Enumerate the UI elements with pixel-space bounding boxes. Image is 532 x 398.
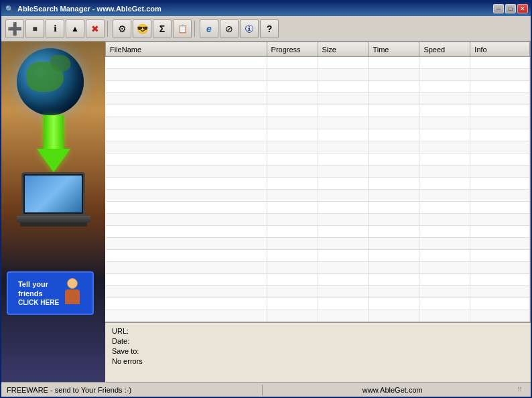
person-head xyxy=(67,278,78,289)
laptop-base xyxy=(17,216,90,222)
table-row xyxy=(106,178,530,190)
table-row xyxy=(106,117,530,129)
tell-friends-line2: friends xyxy=(18,289,59,298)
add-button[interactable]: ➕ xyxy=(5,19,24,38)
table-row xyxy=(106,298,530,310)
no-button[interactable]: ⊘ xyxy=(220,19,239,38)
tell-friends-button[interactable]: Tell your friends CLICK HERE xyxy=(7,271,94,315)
right-panel: FileName Progress Size Time Speed Info xyxy=(105,42,531,382)
table-row xyxy=(106,310,530,322)
info-button[interactable]: 🛈 xyxy=(240,19,259,38)
table-row xyxy=(106,153,530,165)
url-row: URL: xyxy=(112,327,524,335)
errors-row: No errors xyxy=(112,357,524,365)
download-arrow xyxy=(37,115,70,169)
close-button[interactable]: ✕ xyxy=(517,4,528,13)
arrow-shaft xyxy=(44,115,64,149)
table-row xyxy=(106,69,530,81)
person-body xyxy=(65,289,80,304)
toolbar: ➕ ■ ℹ ▲ ✖ ⚙ 😎 Σ 📋 e ⊘ 🛈 ? xyxy=(1,16,531,42)
table-row xyxy=(106,105,530,117)
arrow-head xyxy=(37,149,70,172)
properties-button[interactable]: ℹ xyxy=(46,19,64,38)
status-website: www.AbleGet.com xyxy=(268,386,518,394)
content-area: Tell your friends CLICK HERE FileName xyxy=(1,42,531,382)
person-icon xyxy=(62,278,82,308)
tell-friends-line3: CLICK HERE xyxy=(18,298,59,307)
left-panel: Tell your friends CLICK HERE xyxy=(1,42,105,382)
table-row xyxy=(106,81,530,93)
tell-friends-text: Tell your friends CLICK HERE xyxy=(18,279,59,308)
table-row xyxy=(106,93,530,105)
cool-button[interactable]: 😎 xyxy=(133,19,151,38)
sum-button[interactable]: Σ xyxy=(153,19,172,38)
table-row xyxy=(106,238,530,250)
errors-label: No errors xyxy=(112,357,152,365)
table-row xyxy=(106,286,530,298)
table-row xyxy=(106,141,530,153)
tell-friends-line1: Tell your xyxy=(18,279,59,289)
table-row xyxy=(106,129,530,141)
table-row xyxy=(106,190,530,202)
laptop-graphic xyxy=(13,172,94,229)
status-bar: FREEWARE - send to Your Friends :-) www.… xyxy=(1,382,531,397)
stop-button[interactable]: ■ xyxy=(25,19,44,38)
col-time: Time xyxy=(369,42,419,57)
toolbar-separator-2 xyxy=(194,21,197,37)
settings-button[interactable]: ⚙ xyxy=(113,19,131,38)
table-row xyxy=(106,165,530,178)
earth-sphere xyxy=(17,48,84,115)
col-info: Info xyxy=(470,42,530,57)
table-row xyxy=(106,274,530,286)
laptop-screen-outer xyxy=(21,172,85,216)
resize-grip: ⠿ xyxy=(517,386,525,394)
title-bar-icon: 🔍 xyxy=(4,3,15,14)
status-divider xyxy=(262,385,263,395)
date-row: Date: xyxy=(112,337,524,345)
laptop xyxy=(13,172,94,229)
table-row xyxy=(106,250,530,262)
table-row xyxy=(106,202,530,214)
title-bar: 🔍 AbleSearch Manager - www.AbleGet.com ─… xyxy=(1,1,531,16)
table-header-row: FileName Progress Size Time Speed Info xyxy=(106,42,530,57)
table-row xyxy=(106,262,530,274)
status-freeware: FREEWARE - send to Your Friends :-) xyxy=(7,386,257,394)
remove-button[interactable]: ✖ xyxy=(86,19,105,38)
title-bar-buttons: ─ □ ✕ xyxy=(493,4,528,13)
laptop-screen xyxy=(25,176,82,212)
col-size: Size xyxy=(318,42,369,57)
maximize-button[interactable]: □ xyxy=(505,4,516,13)
toolbar-separator-1 xyxy=(107,21,110,37)
earth-graphic xyxy=(17,48,90,122)
ie-button[interactable]: e xyxy=(200,19,218,38)
save-to-row: Save to: xyxy=(112,347,524,355)
download-table[interactable]: FileName Progress Size Time Speed Info xyxy=(105,42,531,322)
url-label: URL: xyxy=(112,327,152,335)
col-speed: Speed xyxy=(419,42,470,57)
help-button[interactable]: ? xyxy=(260,19,279,38)
table-row xyxy=(106,57,530,69)
laptop-keyboard xyxy=(20,222,87,226)
info-panel: URL: Date: Save to: No errors xyxy=(105,322,531,382)
col-filename: FileName xyxy=(106,42,267,57)
minimize-button[interactable]: ─ xyxy=(493,4,504,13)
title-bar-text: AbleSearch Manager - www.AbleGet.com xyxy=(17,5,493,13)
table-row xyxy=(106,214,530,226)
files-table: FileName Progress Size Time Speed Info xyxy=(105,42,530,322)
table-row xyxy=(106,226,530,238)
date-label: Date: xyxy=(112,337,152,345)
save-to-label: Save to: xyxy=(112,347,152,355)
move-up-button[interactable]: ▲ xyxy=(66,19,84,38)
schedule-button[interactable]: 📋 xyxy=(173,19,192,38)
col-progress: Progress xyxy=(267,42,318,57)
